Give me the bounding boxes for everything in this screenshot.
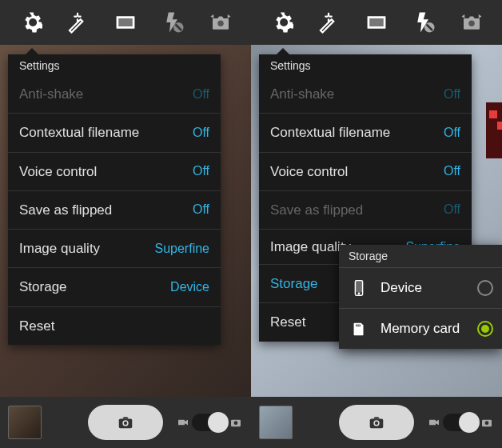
rectangle-icon[interactable] xyxy=(109,6,142,39)
camera-icon xyxy=(368,414,385,431)
wand-icon[interactable] xyxy=(61,6,94,39)
svg-point-27 xyxy=(485,421,489,425)
settings-item-save-flipped[interactable]: Save as flipped Off xyxy=(8,191,221,230)
settings-label: Contextual filename xyxy=(19,124,139,141)
svg-point-15 xyxy=(468,21,475,27)
svg-point-4 xyxy=(217,21,224,27)
settings-value: Off xyxy=(444,202,460,217)
settings-value: Off xyxy=(193,87,209,102)
settings-item-contextual-filename[interactable]: Contextual filename Off xyxy=(259,114,472,152)
settings-header: Settings xyxy=(259,54,472,75)
settings-value: Superfine xyxy=(155,242,210,256)
svg-point-10 xyxy=(234,421,238,425)
toolbar xyxy=(0,0,251,45)
settings-label: Save as flipped xyxy=(270,202,363,218)
toolbar xyxy=(251,0,502,45)
settings-item-reset[interactable]: Reset xyxy=(8,307,221,345)
background-decoration xyxy=(486,102,502,158)
svg-point-24 xyxy=(375,422,378,425)
sd-card-icon xyxy=(349,318,369,339)
gear-icon[interactable] xyxy=(14,6,47,39)
settings-item-image-quality[interactable]: Image quality Superfine xyxy=(8,230,221,268)
settings-value: Off xyxy=(193,202,209,217)
shutter-button[interactable] xyxy=(88,405,163,440)
settings-item-storage[interactable]: Storage Device xyxy=(8,268,221,306)
bottom-bar xyxy=(251,397,502,448)
settings-header: Settings xyxy=(8,54,221,75)
svg-rect-1 xyxy=(118,18,133,28)
settings-value: Off xyxy=(444,87,460,102)
screen-right: Settings Anti-shake Off Contextual filen… xyxy=(251,0,502,448)
storage-option-label: Memory card xyxy=(380,321,477,337)
storage-option-label: Device xyxy=(380,280,477,296)
svg-point-18 xyxy=(358,293,359,294)
radio-checked xyxy=(477,321,493,337)
mode-switch[interactable] xyxy=(443,414,478,431)
settings-item-voice-control[interactable]: Voice control Off xyxy=(259,153,472,191)
video-mode-icon xyxy=(176,415,190,430)
settings-item-save-flipped[interactable]: Save as flipped Off xyxy=(259,191,472,230)
video-mode-icon xyxy=(427,415,441,430)
photo-mode-icon xyxy=(229,415,243,430)
camera-icon xyxy=(117,414,134,431)
screen-left: Settings Anti-shake Off Contextual filen… xyxy=(0,0,251,448)
mode-switch[interactable] xyxy=(192,414,227,431)
gallery-thumbnail[interactable] xyxy=(8,406,42,439)
gallery-thumbnail[interactable] xyxy=(259,406,293,439)
settings-label: Voice control xyxy=(19,163,97,180)
settings-item-contextual-filename[interactable]: Contextual filename Off xyxy=(8,114,221,152)
settings-value: Off xyxy=(444,164,460,178)
flash-off-icon[interactable] xyxy=(408,6,441,39)
wand-icon[interactable] xyxy=(312,6,345,39)
gear-icon[interactable] xyxy=(265,6,298,39)
settings-label: Save as flipped xyxy=(19,202,112,218)
mode-toggle xyxy=(427,414,494,431)
settings-label: Voice control xyxy=(270,163,348,180)
settings-label: Contextual filename xyxy=(270,124,390,141)
photo-mode-icon xyxy=(480,415,494,430)
mode-toggle xyxy=(176,414,243,431)
svg-rect-8 xyxy=(178,420,185,426)
bottom-bar xyxy=(0,397,251,448)
storage-option-memory-card[interactable]: Memory card xyxy=(339,308,502,349)
phone-icon xyxy=(349,278,369,298)
storage-popup-header: Storage xyxy=(339,245,502,267)
flash-off-icon[interactable] xyxy=(157,6,190,39)
settings-value: Device xyxy=(170,280,209,294)
storage-popup: Storage Device Memory card xyxy=(339,245,502,349)
settings-label: Anti-shake xyxy=(270,86,334,102)
svg-rect-19 xyxy=(356,325,357,327)
switch-camera-icon[interactable] xyxy=(204,6,237,39)
svg-rect-20 xyxy=(357,325,358,327)
settings-label: Reset xyxy=(270,314,305,330)
svg-rect-21 xyxy=(360,325,361,327)
settings-label: Image quality xyxy=(19,240,100,257)
settings-item-voice-control[interactable]: Voice control Off xyxy=(8,153,221,191)
settings-label: Anti-shake xyxy=(19,86,83,102)
settings-item-antishake[interactable]: Anti-shake Off xyxy=(259,75,472,114)
settings-label: Storage xyxy=(19,278,67,295)
storage-option-device[interactable]: Device xyxy=(339,267,502,308)
settings-label: Reset xyxy=(19,318,54,334)
settings-panel-left: Settings Anti-shake Off Contextual filen… xyxy=(8,54,221,345)
settings-value: Off xyxy=(193,126,209,140)
svg-rect-12 xyxy=(369,18,384,28)
svg-point-7 xyxy=(124,422,127,425)
settings-label: Storage xyxy=(270,275,318,292)
shutter-button[interactable] xyxy=(339,405,414,440)
switch-camera-icon[interactable] xyxy=(455,6,488,39)
settings-item-antishake[interactable]: Anti-shake Off xyxy=(8,75,221,114)
rectangle-icon[interactable] xyxy=(360,6,393,39)
settings-value: Off xyxy=(444,126,460,140)
settings-value: Off xyxy=(193,164,209,178)
radio-unchecked xyxy=(477,280,493,296)
svg-rect-25 xyxy=(429,420,436,426)
svg-rect-17 xyxy=(357,282,361,292)
